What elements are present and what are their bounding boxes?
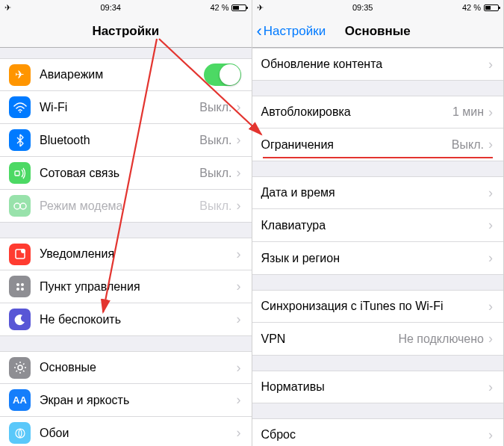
chevron-right-icon: › [237,198,241,214]
status-left: ✈ [257,3,264,13]
row-label: Сотовая связь [40,167,199,180]
status-right: 42 % [462,3,499,12]
svg-point-10 [18,365,22,370]
svg-point-0 [19,111,21,113]
row-label: Клавиатура [261,219,489,232]
status-bar: ✈ 09:34 42 % [0,0,252,15]
row-autolock[interactable]: Автоблокировка 1 мин › [252,96,504,128]
chevron-left-icon: ‹ [257,23,262,40]
chevron-right-icon: › [488,299,493,315]
row-dnd[interactable]: Не беспокоить › [0,303,252,336]
chevron-right-icon: › [488,380,493,395]
row-wifi[interactable]: Wi-Fi Выкл. › [0,91,252,124]
battery-percent: 42 % [462,3,481,12]
svg-point-8 [16,288,19,291]
general-list[interactable]: Обновление контента › Автоблокировка 1 м… [252,48,504,446]
row-vpn[interactable]: VPN Не подключено › [252,323,504,356]
row-label: VPN [261,332,399,346]
airplane-mode-icon: ✈ [257,3,264,13]
row-label: Обои [40,427,237,440]
row-contentupdate[interactable]: Обновление контента › [252,48,504,81]
row-label: Обновление контента [261,58,489,71]
row-value: Выкл. [199,199,231,213]
bluetooth-icon [9,129,31,151]
status-right: 42 % [210,3,246,12]
row-label: Основные [40,361,237,374]
chevron-right-icon: › [488,217,493,233]
row-controlcenter[interactable]: Пункт управления › [0,270,252,303]
chevron-right-icon: › [488,57,493,72]
row-label: Уведомления [40,247,237,261]
chevron-right-icon: › [237,392,241,408]
svg-point-6 [16,283,19,286]
row-label: Сброс [261,428,489,442]
cellular-icon [9,162,31,184]
row-value: Выкл. [199,167,231,180]
battery-icon [484,4,499,11]
svg-rect-1 [15,171,19,176]
row-regulatory[interactable]: Нормативы › [252,371,504,403]
battery-percent: 42 % [210,3,228,12]
row-datetime[interactable]: Дата и время › [252,176,504,209]
wifi-icon [9,96,31,118]
row-bluetooth[interactable]: Bluetooth Выкл. › [0,124,252,157]
status-time: 09:34 [100,3,121,12]
row-label: Язык и регион [261,252,489,265]
row-reset[interactable]: Сброс › [252,418,504,446]
back-label: Настройки [264,24,326,39]
chevron-right-icon: › [488,105,493,120]
chevron-right-icon: › [488,137,493,152]
row-notifications[interactable]: Уведомления › [0,238,252,270]
row-label: Экран и яркость [40,394,237,407]
display-icon: AA [9,389,31,411]
dnd-icon [9,309,31,330]
row-keyboard[interactable]: Клавиатура › [252,209,504,242]
annotation-underline [263,157,494,158]
chevron-right-icon: › [237,247,241,262]
svg-point-2 [14,203,20,209]
page-title: Настройки [92,24,159,39]
row-value: Выкл. [452,138,484,152]
row-language[interactable]: Язык и регион › [252,242,504,275]
chevron-right-icon: › [237,312,241,327]
row-label: Пункт управления [40,280,237,294]
row-airplane[interactable]: ✈ Авиарежим [0,58,252,91]
row-label: Ограничения [261,138,452,152]
row-itunes-sync[interactable]: Синхронизация с iTunes по Wi-Fi › [252,290,504,323]
airplane-icon: ✈ [9,64,31,86]
hotspot-icon [9,195,31,217]
gear-icon [9,357,31,379]
chevron-right-icon: › [488,250,493,266]
row-wallpaper[interactable]: Обои › [0,417,252,446]
nav-bar: Настройки [0,15,252,48]
status-bar: ✈ 09:35 42 % [252,0,504,15]
row-value: Выкл. [199,101,231,114]
airplane-mode-icon: ✈ [4,3,11,13]
controlcenter-icon [9,276,31,297]
row-label: Дата и время [261,186,489,199]
row-restrictions[interactable]: Ограничения Выкл. › [252,128,504,161]
svg-point-11 [16,429,25,438]
phone-right: ✈ 09:35 42 % ‹ Настройки Основные Обновл… [252,0,505,446]
phone-left: ✈ 09:34 42 % Настройки ✈ Авиарежим Wi-Fi… [0,0,252,446]
svg-point-5 [21,249,25,253]
row-cellular[interactable]: Сотовая связь Выкл. › [0,157,252,190]
settings-list[interactable]: ✈ Авиарежим Wi-Fi Выкл. › Bluetooth Выкл… [0,48,252,446]
battery-icon [231,4,246,11]
row-general[interactable]: Основные › [0,351,252,384]
row-value: Выкл. [199,134,231,147]
row-display[interactable]: AA Экран и яркость › [0,384,252,417]
page-title: Основные [345,24,411,39]
chevron-right-icon: › [237,360,241,376]
chevron-right-icon: › [488,331,493,347]
svg-point-9 [21,288,24,291]
nav-bar: ‹ Настройки Основные [252,15,504,48]
back-button[interactable]: ‹ Настройки [257,23,326,40]
row-label: Wi-Fi [40,101,199,114]
row-label: Bluetooth [40,134,199,147]
airplane-toggle[interactable] [204,64,241,86]
wallpaper-icon [9,422,31,444]
chevron-right-icon: › [237,279,241,294]
row-hotspot: Режим модема Выкл. › [0,190,252,223]
chevron-right-icon: › [237,132,241,148]
